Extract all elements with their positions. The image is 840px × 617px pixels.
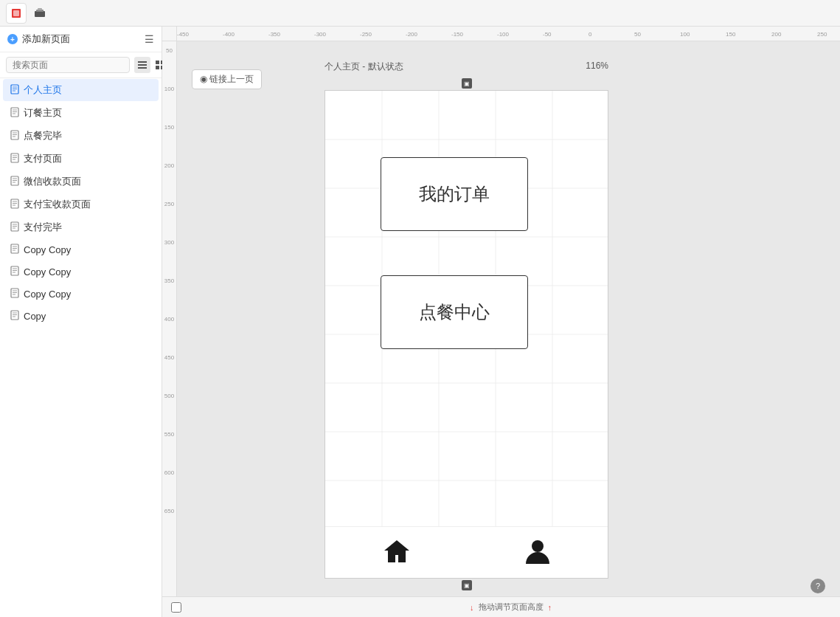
home-nav-icon[interactable] [381,537,412,568]
svg-rect-32 [11,199,18,208]
page-item-pay-done[interactable]: 支付完毕 [3,216,159,238]
h-ruler-mark: 0 [589,31,591,38]
list-view-btn[interactable] [134,57,150,73]
page-icon [10,84,19,97]
home-icon-svg [381,537,412,565]
top-toolbar [0,0,840,27]
h-ruler-mark: 100 [680,31,690,38]
page-label: 支付页面 [24,152,62,165]
h-ruler-mark: -450 [177,31,189,38]
h-ruler-mark: 150 [726,31,735,38]
svg-rect-44 [11,266,18,275]
link-button[interactable]: ◉ 链接上一页 [192,69,262,89]
search-input[interactable] [6,57,130,73]
v-ruler-mark: 500 [162,393,176,399]
v-ruler-mark: 600 [162,469,176,476]
add-page-section: + 添加新页面 [7,32,70,46]
page-icon [10,176,19,188]
v-ruler-mark: 300 [162,239,176,246]
panel-menu-btn[interactable]: ☰ [145,33,154,45]
food-button[interactable]: 点餐中心 [381,275,528,349]
svg-point-69 [532,540,544,552]
v-ruler-mark: 400 [162,316,176,323]
page-label: Copy Copy [24,289,71,300]
h-ruler-mark: -250 [360,31,372,38]
page-item-personal[interactable]: 个人主页 [3,79,159,101]
bottom-bar: ↓ 拖动调节页面高度 ↑ [162,596,840,617]
svg-rect-36 [11,222,18,231]
page-icon [10,310,19,323]
svg-rect-1 [13,10,19,16]
svg-rect-40 [11,244,18,253]
h-ruler-mark: -200 [406,31,417,38]
v-ruler-mark: 100 [162,86,176,92]
food-button-label: 点餐中心 [419,300,490,324]
page-item-copy-copy-2[interactable]: Copy Copy [3,261,159,283]
page-item-ordered[interactable]: 点餐完毕 [3,125,159,147]
page-item-wechat-pay[interactable]: 微信收款页面 [3,170,159,193]
svg-rect-20 [11,131,18,139]
v-ruler-mark: 150 [162,124,176,131]
page-icon [10,288,19,300]
h-ruler-mark: 250 [817,31,827,38]
drag-left-icon: ↓ [470,603,474,612]
h-ruler-mark: -350 [268,31,280,38]
svg-rect-6 [138,64,147,66]
canvas-viewport[interactable]: ◉ 链接上一页 个人主页 - 默认状态 116% ▣ [177,41,840,596]
page-checkbox[interactable] [171,602,181,613]
person-nav-icon[interactable] [524,537,552,568]
svg-rect-48 [11,289,18,297]
toolbar-btn-2[interactable] [29,3,50,24]
frame-zoom: 116% [586,61,608,71]
page-label: 支付宝收款页面 [24,198,91,211]
page-icon [10,244,19,256]
page-icon [10,153,19,165]
page-item-payment[interactable]: 支付页面 [3,148,159,170]
canvas-inner: ◉ 链接上一页 个人主页 - 默认状态 116% ▣ [177,41,840,596]
v-ruler: 50100150200250300350400450500550600650 [162,41,177,596]
page-icon [10,107,19,120]
svg-rect-7 [138,67,147,69]
page-label: 个人主页 [24,83,62,97]
page-label: 订餐主页 [24,106,62,120]
toolbar-btn-1[interactable] [6,3,27,24]
v-ruler-mark: 200 [162,162,176,169]
v-ruler-mark: 550 [162,431,176,438]
page-item-alipay[interactable]: 支付宝收款页面 [3,193,159,216]
h-ruler-mark: -50 [543,31,552,38]
page-icon [10,266,19,278]
svg-rect-5 [138,61,147,63]
v-ruler-mark: 250 [162,201,176,207]
order-button[interactable]: 我的订单 [381,157,528,231]
page-label: 支付完毕 [24,221,62,234]
page-label: Copy [24,311,46,322]
page-icon [10,130,19,142]
panel-header: + 添加新页面 ☰ [0,27,162,52]
page-item-copy-copy-3[interactable]: Copy Copy [3,283,159,305]
svg-rect-52 [11,311,18,320]
h-ruler-mark: -150 [451,31,463,38]
page-label: Copy Copy [24,244,71,255]
v-ruler-mark: 450 [162,354,176,361]
svg-rect-8 [156,61,159,64]
device-frame-container: 个人主页 - 默认状态 116% ▣ [324,78,608,590]
svg-rect-2 [35,11,45,17]
svg-rect-16 [11,108,18,117]
add-page-label[interactable]: 添加新页面 [22,32,70,46]
canvas-body: 50100150200250300350400450500550600650 ◉… [162,41,840,596]
page-item-order-main[interactable]: 订餐主页 [3,102,159,124]
svg-rect-12 [11,85,18,94]
drag-label: 拖动调节页面高度 [479,602,544,613]
help-button[interactable]: ? [811,579,825,593]
h-ruler-mark: 50 [634,31,641,38]
h-ruler-mark: -300 [314,31,326,38]
frame-bottom-indicator: ▣ [462,580,472,590]
page-icon [10,199,19,211]
page-item-copy-copy-1[interactable]: Copy Copy [3,239,159,261]
page-label: 点餐完毕 [24,129,62,142]
phone-screen: 我的订单 点餐中心 [325,91,608,578]
svg-rect-10 [156,66,159,69]
order-button-label: 我的订单 [419,182,490,206]
h-ruler-mark: 200 [771,31,781,38]
page-item-copy-1[interactable]: Copy [3,306,159,327]
